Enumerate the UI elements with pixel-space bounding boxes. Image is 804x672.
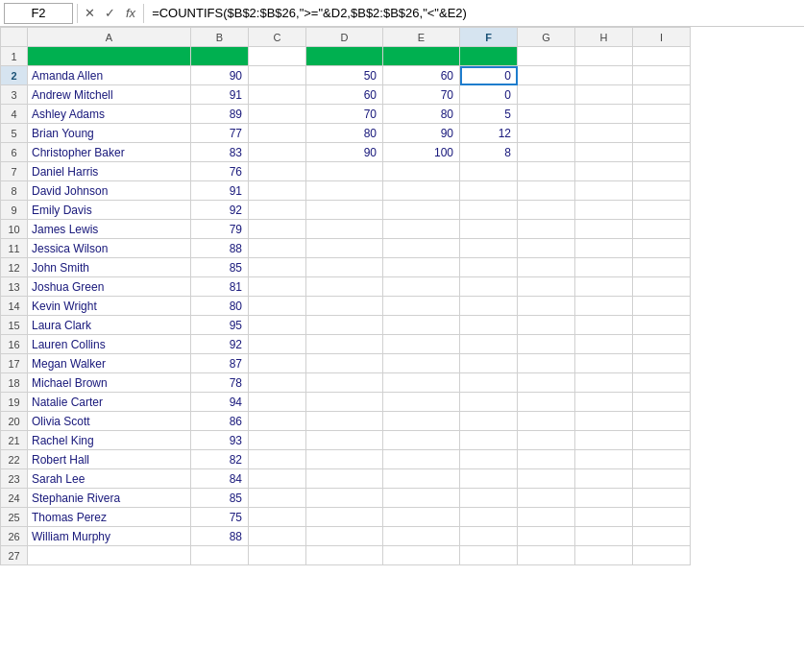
cell-f10[interactable] <box>460 220 518 239</box>
cell-g11[interactable] <box>518 239 575 258</box>
cell-i17[interactable] <box>633 354 691 373</box>
student-name-cell[interactable]: Christopher Baker <box>28 143 191 162</box>
cell-h23[interactable] <box>575 469 633 489</box>
score-cell[interactable]: 78 <box>191 373 249 393</box>
cell-e21[interactable] <box>383 431 460 450</box>
cell-d26[interactable] <box>306 527 383 546</box>
cell-c11[interactable] <box>249 239 306 258</box>
cell-h16[interactable] <box>575 335 633 354</box>
cell-g13[interactable] <box>518 277 575 297</box>
score-cell[interactable]: 89 <box>191 105 249 124</box>
cell-d14[interactable] <box>306 297 383 316</box>
cell-f15[interactable] <box>460 316 518 335</box>
student-name-cell[interactable]: Joshua Green <box>28 277 191 297</box>
cancel-icon[interactable]: ✕ <box>82 6 98 20</box>
cell-h21[interactable] <box>575 431 633 450</box>
formula-input[interactable] <box>148 3 800 24</box>
student-name-cell[interactable]: William Murphy <box>28 527 191 546</box>
cell-h19[interactable] <box>575 393 633 412</box>
col-header-b[interactable]: B <box>191 28 249 47</box>
col-header-g[interactable]: G <box>518 28 575 47</box>
student-name-cell[interactable]: James Lewis <box>28 220 191 239</box>
cell-e7[interactable] <box>383 162 460 181</box>
col-header-a[interactable]: A <box>28 28 191 47</box>
cell-h20[interactable] <box>575 412 633 431</box>
count-cell-6[interactable]: 8 <box>460 143 518 162</box>
cell-g23[interactable] <box>518 469 575 489</box>
student-name-cell[interactable]: Michael Brown <box>28 373 191 393</box>
cell-c4[interactable] <box>249 105 306 124</box>
cell-g20[interactable] <box>518 412 575 431</box>
score-cell[interactable]: 84 <box>191 469 249 489</box>
score-cell[interactable]: 95 <box>191 316 249 335</box>
cell-e18[interactable] <box>383 373 460 393</box>
cell-c10[interactable] <box>249 220 306 239</box>
cell-c12[interactable] <box>249 258 306 277</box>
count-cell-5[interactable]: 12 <box>460 124 518 143</box>
cell-c18[interactable] <box>249 373 306 393</box>
student-name-cell[interactable]: Natalie Carter <box>28 393 191 412</box>
cell-g24[interactable] <box>518 489 575 508</box>
score-cell[interactable]: 91 <box>191 85 249 105</box>
start-range-cell-6[interactable]: 90 <box>306 143 383 162</box>
cell-f16[interactable] <box>460 335 518 354</box>
cell-g2[interactable] <box>518 66 575 85</box>
student-name-cell[interactable]: Amanda Allen <box>28 66 191 85</box>
cell-row27-7[interactable] <box>518 546 575 565</box>
cell-e26[interactable] <box>383 527 460 546</box>
col-header-c[interactable]: C <box>249 28 306 47</box>
cell-c15[interactable] <box>249 316 306 335</box>
cell-h6[interactable] <box>575 143 633 162</box>
cell-e16[interactable] <box>383 335 460 354</box>
student-name-header[interactable] <box>28 47 191 66</box>
confirm-icon[interactable]: ✓ <box>102 6 118 20</box>
student-name-cell[interactable]: Daniel Harris <box>28 162 191 181</box>
cell-f14[interactable] <box>460 297 518 316</box>
score-cell[interactable]: 85 <box>191 258 249 277</box>
cell-f23[interactable] <box>460 469 518 489</box>
cell-c24[interactable] <box>249 489 306 508</box>
cell-f24[interactable] <box>460 489 518 508</box>
cell-i10[interactable] <box>633 220 691 239</box>
student-name-cell[interactable]: Ashley Adams <box>28 105 191 124</box>
score-header[interactable] <box>191 47 249 66</box>
cell-g10[interactable] <box>518 220 575 239</box>
cell-i26[interactable] <box>633 527 691 546</box>
cell-row27-8[interactable] <box>575 546 633 565</box>
cell-h11[interactable] <box>575 239 633 258</box>
cell-i20[interactable] <box>633 412 691 431</box>
student-name-cell[interactable]: Megan Walker <box>28 354 191 373</box>
cell-f9[interactable] <box>460 201 518 220</box>
cell-f22[interactable] <box>460 450 518 469</box>
cell-g5[interactable] <box>518 124 575 143</box>
cell-d19[interactable] <box>306 393 383 412</box>
cell-d11[interactable] <box>306 239 383 258</box>
cell-h2[interactable] <box>575 66 633 85</box>
cell-h9[interactable] <box>575 201 633 220</box>
cell-f12[interactable] <box>460 258 518 277</box>
cell-g14[interactable] <box>518 297 575 316</box>
cell-e24[interactable] <box>383 489 460 508</box>
student-name-cell[interactable]: Lauren Collins <box>28 335 191 354</box>
cell-c23[interactable] <box>249 469 306 489</box>
student-name-cell[interactable]: Thomas Perez <box>28 508 191 527</box>
cell-f17[interactable] <box>460 354 518 373</box>
cell-h24[interactable] <box>575 489 633 508</box>
cell-c5[interactable] <box>249 124 306 143</box>
cell-d7[interactable] <box>306 162 383 181</box>
cell-c13[interactable] <box>249 277 306 297</box>
cell-h18[interactable] <box>575 373 633 393</box>
cell-g18[interactable] <box>518 373 575 393</box>
cell-h25[interactable] <box>575 508 633 527</box>
cell-i14[interactable] <box>633 297 691 316</box>
cell-i22[interactable] <box>633 450 691 469</box>
cell-i12[interactable] <box>633 258 691 277</box>
cell-f20[interactable] <box>460 412 518 431</box>
cell-e13[interactable] <box>383 277 460 297</box>
cell-h12[interactable] <box>575 258 633 277</box>
cell-c6[interactable] <box>249 143 306 162</box>
count-header[interactable] <box>460 47 518 66</box>
cell-f19[interactable] <box>460 393 518 412</box>
cell-i16[interactable] <box>633 335 691 354</box>
start-range-cell-4[interactable]: 70 <box>306 105 383 124</box>
